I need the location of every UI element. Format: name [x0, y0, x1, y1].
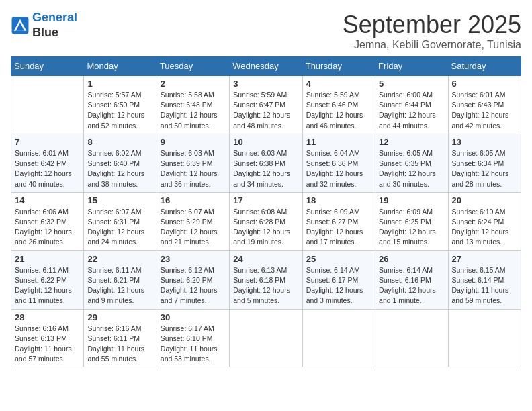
calendar-cell: 23Sunrise: 6:12 AM Sunset: 6:20 PM Dayli…: [157, 250, 229, 309]
cell-info: Sunrise: 6:11 AM Sunset: 6:21 PM Dayligh…: [87, 265, 152, 306]
day-number: 21: [15, 254, 80, 264]
cell-info: Sunrise: 6:12 AM Sunset: 6:20 PM Dayligh…: [161, 265, 226, 306]
cell-info: Sunrise: 6:02 AM Sunset: 6:40 PM Dayligh…: [87, 148, 152, 189]
header-day-monday: Monday: [84, 57, 157, 76]
title-block: September 2025 Jemna, Kebili Governorate…: [343, 11, 521, 51]
calendar-cell: 27Sunrise: 6:15 AM Sunset: 6:14 PM Dayli…: [448, 250, 521, 309]
calendar-cell: 16Sunrise: 6:07 AM Sunset: 6:29 PM Dayli…: [157, 192, 229, 250]
header-day-sunday: Sunday: [11, 57, 84, 76]
day-number: 27: [452, 254, 517, 264]
cell-info: Sunrise: 5:59 AM Sunset: 6:46 PM Dayligh…: [306, 90, 371, 131]
calendar-cell: 28Sunrise: 6:16 AM Sunset: 6:13 PM Dayli…: [11, 309, 84, 367]
day-number: 28: [15, 312, 80, 322]
day-number: 10: [233, 137, 298, 147]
logo: General Blue: [11, 11, 77, 40]
cell-info: Sunrise: 6:04 AM Sunset: 6:36 PM Dayligh…: [306, 148, 371, 189]
day-number: 26: [379, 254, 444, 264]
day-number: 20: [452, 195, 517, 205]
day-number: 8: [87, 137, 152, 147]
location-subtitle: Jemna, Kebili Governorate, Tunisia: [343, 39, 521, 51]
cell-info: Sunrise: 6:08 AM Sunset: 6:28 PM Dayligh…: [233, 207, 298, 248]
month-title: September 2025: [343, 11, 521, 39]
day-number: 25: [306, 254, 371, 264]
cell-info: Sunrise: 5:58 AM Sunset: 6:48 PM Dayligh…: [161, 90, 226, 131]
calendar-cell: 8Sunrise: 6:02 AM Sunset: 6:40 PM Daylig…: [84, 134, 157, 192]
day-number: 13: [452, 137, 517, 147]
page-header: General Blue September 2025 Jemna, Kebil…: [11, 11, 521, 51]
day-number: 9: [161, 137, 226, 147]
day-number: 17: [233, 195, 298, 205]
calendar-cell: [11, 76, 84, 134]
logo-icon: [11, 16, 30, 35]
calendar-cell: 7Sunrise: 6:01 AM Sunset: 6:42 PM Daylig…: [11, 134, 84, 192]
logo-line2: Blue: [32, 26, 77, 40]
day-number: 15: [87, 195, 152, 205]
cell-info: Sunrise: 6:10 AM Sunset: 6:24 PM Dayligh…: [452, 207, 517, 248]
calendar-cell: 25Sunrise: 6:14 AM Sunset: 6:17 PM Dayli…: [302, 250, 375, 309]
header-day-thursday: Thursday: [302, 57, 375, 76]
cell-info: Sunrise: 6:14 AM Sunset: 6:17 PM Dayligh…: [306, 265, 371, 306]
cell-info: Sunrise: 6:05 AM Sunset: 6:35 PM Dayligh…: [379, 148, 444, 189]
week-row-1: 1Sunrise: 5:57 AM Sunset: 6:50 PM Daylig…: [11, 76, 521, 134]
day-number: 14: [15, 195, 80, 205]
day-number: 4: [306, 79, 371, 89]
cell-info: Sunrise: 6:05 AM Sunset: 6:34 PM Dayligh…: [452, 148, 517, 189]
day-number: 1: [87, 79, 152, 89]
logo-text: General Blue: [32, 11, 77, 40]
cell-info: Sunrise: 6:09 AM Sunset: 6:27 PM Dayligh…: [306, 207, 371, 248]
header-day-tuesday: Tuesday: [157, 57, 229, 76]
calendar-cell: 13Sunrise: 6:05 AM Sunset: 6:34 PM Dayli…: [448, 134, 521, 192]
calendar-cell: 17Sunrise: 6:08 AM Sunset: 6:28 PM Dayli…: [230, 192, 302, 250]
week-row-2: 7Sunrise: 6:01 AM Sunset: 6:42 PM Daylig…: [11, 134, 521, 192]
cell-info: Sunrise: 6:03 AM Sunset: 6:38 PM Dayligh…: [233, 148, 298, 189]
calendar-cell: 1Sunrise: 5:57 AM Sunset: 6:50 PM Daylig…: [84, 76, 157, 134]
cell-info: Sunrise: 6:13 AM Sunset: 6:18 PM Dayligh…: [233, 265, 298, 306]
calendar-table: SundayMondayTuesdayWednesdayThursdayFrid…: [11, 56, 521, 367]
cell-info: Sunrise: 6:01 AM Sunset: 6:42 PM Dayligh…: [15, 148, 80, 189]
cell-info: Sunrise: 6:09 AM Sunset: 6:25 PM Dayligh…: [379, 207, 444, 248]
day-number: 18: [306, 195, 371, 205]
cell-info: Sunrise: 6:11 AM Sunset: 6:22 PM Dayligh…: [15, 265, 80, 306]
calendar-cell: [375, 309, 448, 367]
day-number: 19: [379, 195, 444, 205]
cell-info: Sunrise: 6:16 AM Sunset: 6:13 PM Dayligh…: [15, 324, 80, 365]
day-number: 23: [161, 254, 226, 264]
calendar-cell: 10Sunrise: 6:03 AM Sunset: 6:38 PM Dayli…: [230, 134, 302, 192]
cell-info: Sunrise: 5:59 AM Sunset: 6:47 PM Dayligh…: [233, 90, 298, 131]
day-number: 29: [87, 312, 152, 322]
calendar-cell: [448, 309, 521, 367]
header-day-friday: Friday: [375, 57, 448, 76]
day-number: 12: [379, 137, 444, 147]
week-row-5: 28Sunrise: 6:16 AM Sunset: 6:13 PM Dayli…: [11, 309, 521, 367]
calendar-cell: 4Sunrise: 5:59 AM Sunset: 6:46 PM Daylig…: [302, 76, 375, 134]
header-day-wednesday: Wednesday: [230, 57, 302, 76]
day-number: 16: [161, 195, 226, 205]
week-row-4: 21Sunrise: 6:11 AM Sunset: 6:22 PM Dayli…: [11, 250, 521, 309]
calendar-cell: 6Sunrise: 6:01 AM Sunset: 6:43 PM Daylig…: [448, 76, 521, 134]
calendar-cell: 9Sunrise: 6:03 AM Sunset: 6:39 PM Daylig…: [157, 134, 229, 192]
calendar-cell: [302, 309, 375, 367]
calendar-cell: 29Sunrise: 6:16 AM Sunset: 6:11 PM Dayli…: [84, 309, 157, 367]
calendar-cell: 21Sunrise: 6:11 AM Sunset: 6:22 PM Dayli…: [11, 250, 84, 309]
day-number: 11: [306, 137, 371, 147]
day-number: 22: [87, 254, 152, 264]
calendar-cell: 20Sunrise: 6:10 AM Sunset: 6:24 PM Dayli…: [448, 192, 521, 250]
cell-info: Sunrise: 6:03 AM Sunset: 6:39 PM Dayligh…: [161, 148, 226, 189]
calendar-cell: [230, 309, 302, 367]
calendar-cell: 3Sunrise: 5:59 AM Sunset: 6:47 PM Daylig…: [230, 76, 302, 134]
calendar-cell: 5Sunrise: 6:00 AM Sunset: 6:44 PM Daylig…: [375, 76, 448, 134]
calendar-cell: 11Sunrise: 6:04 AM Sunset: 6:36 PM Dayli…: [302, 134, 375, 192]
logo-line1: General: [32, 11, 77, 24]
day-number: 5: [379, 79, 444, 89]
cell-info: Sunrise: 6:15 AM Sunset: 6:14 PM Dayligh…: [452, 265, 517, 306]
cell-info: Sunrise: 5:57 AM Sunset: 6:50 PM Dayligh…: [87, 90, 152, 131]
cell-info: Sunrise: 6:16 AM Sunset: 6:11 PM Dayligh…: [87, 324, 152, 365]
day-number: 30: [161, 312, 226, 322]
calendar-cell: 26Sunrise: 6:14 AM Sunset: 6:16 PM Dayli…: [375, 250, 448, 309]
cell-info: Sunrise: 6:00 AM Sunset: 6:44 PM Dayligh…: [379, 90, 444, 131]
cell-info: Sunrise: 6:14 AM Sunset: 6:16 PM Dayligh…: [379, 265, 444, 306]
calendar-cell: 22Sunrise: 6:11 AM Sunset: 6:21 PM Dayli…: [84, 250, 157, 309]
calendar-cell: 19Sunrise: 6:09 AM Sunset: 6:25 PM Dayli…: [375, 192, 448, 250]
day-number: 7: [15, 137, 80, 147]
day-number: 3: [233, 79, 298, 89]
